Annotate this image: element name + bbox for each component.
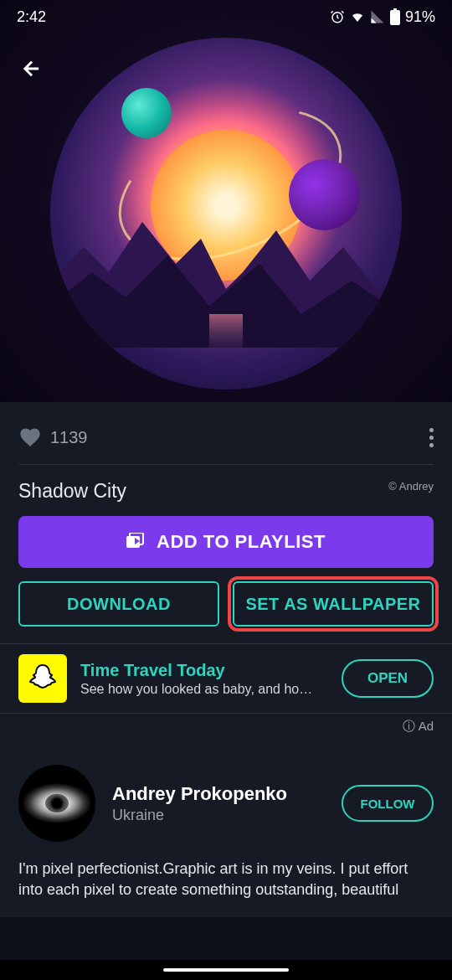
snapchat-icon bbox=[26, 662, 59, 695]
author-location: Ukraine bbox=[112, 807, 325, 824]
like-count: 1139 bbox=[50, 428, 88, 447]
set-wallpaper-label: SET AS WALLPAPER bbox=[245, 595, 420, 614]
download-label: DOWNLOAD bbox=[67, 595, 171, 614]
author-info[interactable]: Andrey Prokopenko Ukraine bbox=[112, 783, 325, 824]
engagement-row: 1139 bbox=[0, 402, 452, 464]
back-button[interactable] bbox=[15, 52, 49, 85]
arrow-left-icon bbox=[20, 57, 44, 80]
svg-rect-1 bbox=[390, 10, 400, 25]
download-button[interactable]: DOWNLOAD bbox=[18, 581, 219, 627]
copyright-text: © Andrey bbox=[388, 480, 434, 493]
heart-icon bbox=[18, 426, 42, 449]
ad-description: See how you looked as baby, and how y… bbox=[80, 682, 315, 697]
status-bar: 2:42 91% bbox=[0, 0, 452, 34]
author-bio: I'm pixel perfectionist.Graphic art is i… bbox=[0, 859, 452, 917]
mountains-graphic bbox=[50, 197, 402, 348]
wifi-icon bbox=[350, 9, 365, 24]
follow-button[interactable]: FOLLOW bbox=[342, 785, 434, 822]
more-options-button[interactable] bbox=[429, 428, 434, 447]
ad-banner[interactable]: Time Travel Today See how you looked as … bbox=[0, 643, 452, 714]
ad-open-button[interactable]: OPEN bbox=[342, 659, 434, 698]
author-avatar[interactable] bbox=[18, 765, 95, 842]
wallpaper-preview[interactable] bbox=[0, 0, 452, 402]
set-wallpaper-button[interactable]: SET AS WALLPAPER bbox=[233, 581, 434, 627]
add-to-playlist-label: ADD TO PLAYLIST bbox=[157, 531, 326, 553]
ad-text: Time Travel Today See how you looked as … bbox=[80, 661, 328, 697]
like-button[interactable]: 1139 bbox=[18, 426, 88, 449]
signal-icon bbox=[370, 9, 385, 24]
author-row: Andrey Prokopenko Ukraine FOLLOW bbox=[0, 743, 452, 859]
svg-rect-3 bbox=[209, 314, 243, 348]
battery-percent: 91% bbox=[405, 8, 435, 26]
ad-title: Time Travel Today bbox=[80, 661, 328, 680]
add-to-playlist-button[interactable]: ADD TO PLAYLIST bbox=[18, 516, 434, 568]
action-buttons-row: DOWNLOAD SET AS WALLPAPER bbox=[0, 581, 452, 643]
title-row: Shadow City © Andrey bbox=[0, 465, 452, 516]
alarm-icon bbox=[330, 9, 345, 24]
author-name: Andrey Prokopenko bbox=[112, 783, 325, 805]
nav-handle bbox=[163, 968, 289, 972]
wallpaper-artwork bbox=[50, 38, 402, 389]
status-indicators: 91% bbox=[330, 8, 435, 26]
ad-app-icon bbox=[18, 654, 67, 703]
ad-cta-label: OPEN bbox=[367, 670, 408, 687]
battery-icon bbox=[390, 8, 400, 25]
ad-disclosure[interactable]: ⓘ Ad bbox=[0, 714, 452, 743]
content-area: 1139 Shadow City © Andrey ADD TO PLAYLIS… bbox=[0, 402, 452, 917]
navigation-bar[interactable] bbox=[0, 960, 452, 980]
status-time: 2:42 bbox=[17, 8, 46, 26]
follow-label: FOLLOW bbox=[361, 797, 415, 811]
wallpaper-title: Shadow City bbox=[18, 480, 126, 503]
playlist-icon bbox=[126, 533, 146, 551]
svg-rect-2 bbox=[393, 8, 397, 10]
